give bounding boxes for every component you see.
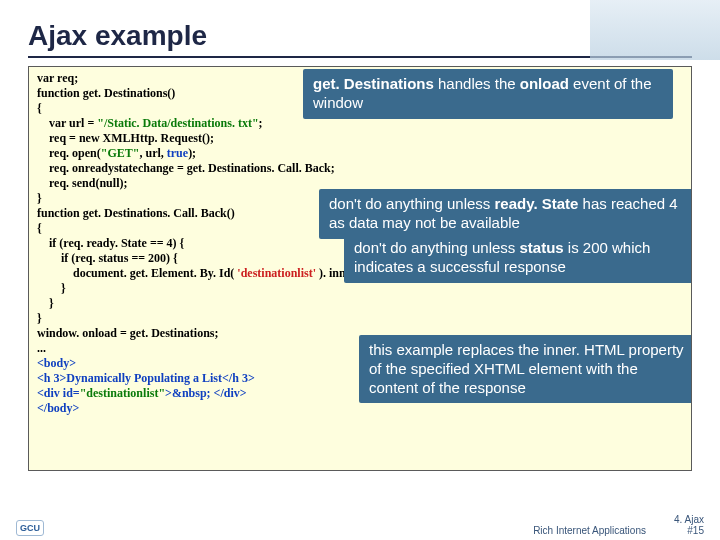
callout-innerhtml: this example replaces the inner. HTML pr… bbox=[359, 335, 692, 403]
code-line: } bbox=[37, 281, 683, 296]
footer-center: Rich Internet Applications bbox=[44, 525, 674, 536]
callout-status: don't do anything unless status is 200 w… bbox=[344, 233, 692, 283]
logo: GCU bbox=[16, 520, 44, 536]
footer: GCU Rich Internet Applications 4. Ajax #… bbox=[0, 514, 720, 536]
accent-corner bbox=[590, 0, 720, 60]
footer-right: 4. Ajax #15 bbox=[674, 514, 704, 536]
callout-onload: get. Destinations handles the onload eve… bbox=[303, 69, 673, 119]
code-line: } bbox=[37, 296, 683, 311]
code-box: var req; function get. Destinations() { … bbox=[28, 66, 692, 471]
callout-readystate: don't do anything unless ready. State ha… bbox=[319, 189, 692, 239]
code-line: req. onreadystatechange = get. Destinati… bbox=[37, 161, 683, 176]
code-line: </body> bbox=[37, 401, 683, 416]
code-line: req. open("GET", url, true); bbox=[37, 146, 683, 161]
code-line: } bbox=[37, 311, 683, 326]
code-line: req = new XMLHttp. Request(); bbox=[37, 131, 683, 146]
